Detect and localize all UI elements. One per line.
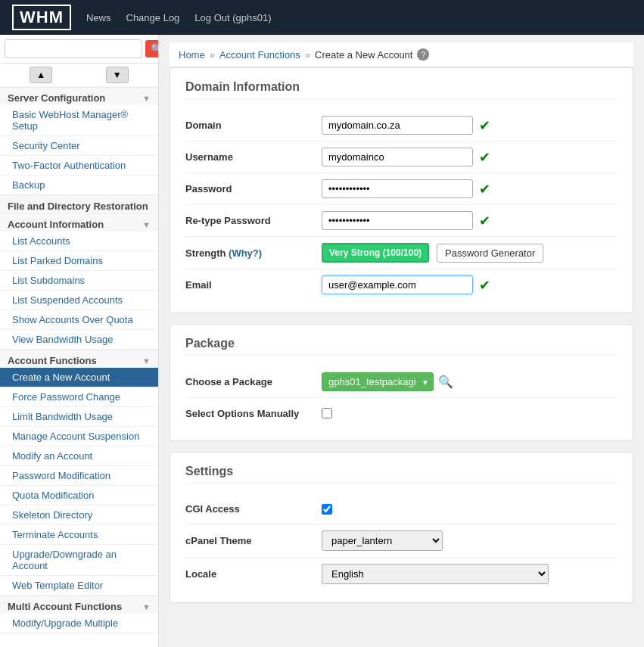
sidebar-nav-arrows: ▲ ▼ [0, 64, 158, 87]
sidebar-item-two-factor[interactable]: Two-Factor Authentication [0, 156, 158, 176]
locale-label: Locale [185, 568, 322, 580]
select-manually-label: Select Options Manually [185, 408, 322, 419]
domain-field-row: Domain ✔ [185, 110, 618, 142]
breadcrumb-sep-1: » [210, 49, 215, 61]
cgi-access-row: CGI Access [185, 494, 618, 524]
select-manually-checkbox[interactable] [322, 408, 332, 418]
sidebar-item-modify-account[interactable]: Modify an Account [0, 446, 158, 466]
package-card: Package Choose a Package gphs01_testpack… [170, 324, 633, 441]
email-field-row: Email ✔ [185, 269, 618, 300]
sidebar-item-show-over-quota[interactable]: Show Accounts Over Quota [0, 310, 158, 330]
breadcrumb-section[interactable]: Account Functions [219, 49, 300, 61]
sidebar-item-create-account[interactable]: Create a New Account [0, 368, 158, 387]
password-input[interactable] [322, 179, 473, 198]
locale-select[interactable]: English [322, 564, 549, 584]
breadcrumb: Home » Account Functions » Create a New … [170, 42, 633, 67]
nav-arrow-up[interactable]: ▲ [30, 67, 52, 83]
nav-arrow-down[interactable]: ▼ [106, 67, 129, 83]
select-manually-row: Select Options Manually [185, 398, 618, 428]
section-multi-account[interactable]: Multi Account Functions ▼ [0, 596, 158, 614]
password-field-row: Password ✔ [185, 173, 618, 205]
nav-link-logout[interactable]: Log Out (gphs01) [194, 12, 271, 23]
section-server-config-label: Server Configuration [8, 92, 105, 104]
section-file-restore[interactable]: File and Directory Restoration [0, 195, 158, 213]
choose-package-row: Choose a Package gphs01_testpackagi 🔍 [185, 366, 618, 398]
search-input[interactable] [5, 39, 142, 58]
section-toggle-account-functions[interactable]: ▼ [142, 356, 151, 365]
section-account-info-label: Account Information [8, 219, 104, 230]
domain-check-icon: ✔ [479, 117, 490, 134]
package-title: Package [185, 337, 618, 356]
username-label: Username [185, 151, 322, 163]
retype-password-input[interactable] [322, 211, 473, 230]
sidebar-item-manage-suspension[interactable]: Manage Account Suspension [0, 427, 158, 446]
sidebar-item-skeleton-directory[interactable]: Skeleton Directory [0, 505, 158, 525]
settings-title: Settings [185, 465, 618, 484]
retype-check-icon: ✔ [479, 213, 490, 229]
section-account-info[interactable]: Account Information ▼ [0, 213, 158, 232]
sidebar-item-basic-webhost[interactable]: Basic WebHost Manager® Setup [0, 105, 158, 136]
password-generator-button[interactable]: Password Generator [437, 244, 543, 263]
sidebar-item-terminate-accounts[interactable]: Terminate Accounts [0, 525, 158, 545]
cpanel-theme-row: cPanel Theme paper_lantern [185, 524, 618, 558]
sidebar-search-area: 🔍 [0, 35, 158, 64]
password-label: Password [185, 183, 322, 194]
sidebar-item-list-suspended[interactable]: List Suspended Accounts [0, 291, 158, 310]
email-check-icon: ✔ [479, 277, 490, 294]
top-navigation: WHM News Change Log Log Out (gphs01) [0, 0, 644, 35]
locale-row: Locale English [185, 558, 618, 590]
sidebar-item-bandwidth[interactable]: View Bandwidth Usage [0, 330, 158, 350]
strength-label: Strength (Why?) [185, 247, 322, 259]
sidebar-item-security-center[interactable]: Security Center [0, 136, 158, 156]
section-multi-account-label: Multi Account Functions [8, 601, 122, 612]
sidebar-item-quota-modification[interactable]: Quota Modification [0, 486, 158, 505]
username-check-icon: ✔ [479, 149, 490, 166]
breadcrumb-current: Create a New Account [315, 49, 412, 61]
sidebar-item-password-modification[interactable]: Password Modification [0, 466, 158, 486]
email-label: Email [185, 279, 322, 291]
sidebar: 🔍 ▲ ▼ Server Configuration ▼ Basic WebHo… [0, 35, 159, 647]
sidebar-item-modify-upgrade-multiple[interactable]: Modify/Upgrade Multiple [0, 614, 158, 633]
choose-package-label: Choose a Package [185, 376, 322, 387]
help-icon[interactable]: ? [417, 48, 429, 61]
strength-field-row: Strength (Why?) Very Strong (100/100) Pa… [185, 237, 618, 269]
nav-link-changelog[interactable]: Change Log [126, 12, 180, 23]
domain-input[interactable] [322, 116, 473, 135]
package-select-wrapper: gphs01_testpackagi [322, 372, 434, 391]
username-field-row: Username ✔ [185, 142, 618, 173]
section-server-config[interactable]: Server Configuration ▼ [0, 87, 158, 105]
retype-password-label: Re-type Password [185, 215, 322, 226]
sidebar-item-force-password[interactable]: Force Password Change [0, 387, 158, 407]
section-account-functions[interactable]: Account Functions ▼ [0, 350, 158, 368]
nav-link-news[interactable]: News [86, 12, 111, 23]
cgi-access-checkbox[interactable] [322, 504, 332, 515]
sidebar-item-limit-bandwidth[interactable]: Limit Bandwidth Usage [0, 407, 158, 427]
sidebar-item-list-accounts[interactable]: List Accounts [0, 232, 158, 251]
sidebar-item-list-parked[interactable]: List Parked Domains [0, 251, 158, 271]
domain-label: Domain [185, 120, 322, 131]
whm-logo: WHM [12, 5, 71, 30]
cpanel-theme-label: cPanel Theme [185, 535, 322, 546]
sidebar-item-web-template[interactable]: Web Template Editor [0, 576, 158, 596]
cpanel-theme-select[interactable]: paper_lantern [322, 530, 443, 551]
search-button[interactable]: 🔍 [145, 40, 159, 58]
retype-password-field-row: Re-type Password ✔ [185, 205, 618, 237]
strength-why-link[interactable]: (Why?) [229, 247, 262, 259]
sidebar-item-upgrade-downgrade[interactable]: Upgrade/Downgrade an Account [0, 545, 158, 576]
email-input[interactable] [322, 275, 473, 294]
username-input[interactable] [322, 148, 473, 166]
settings-card: Settings CGI Access cPanel Theme paper_l… [170, 452, 633, 603]
section-account-functions-label: Account Functions [8, 355, 97, 366]
package-search-button[interactable]: 🔍 [438, 375, 453, 389]
domain-info-title: Domain Information [185, 80, 618, 99]
password-check-icon: ✔ [479, 181, 490, 198]
package-select[interactable]: gphs01_testpackagi [322, 372, 434, 391]
cgi-access-label: CGI Access [185, 503, 322, 515]
section-toggle-account-info[interactable]: ▼ [142, 220, 151, 229]
section-toggle-multi-account[interactable]: ▼ [142, 602, 151, 611]
section-toggle-server-config[interactable]: ▼ [142, 94, 151, 103]
strength-label-text: Strength [185, 247, 226, 259]
sidebar-item-list-subdomains[interactable]: List Subdomains [0, 271, 158, 291]
breadcrumb-home[interactable]: Home [179, 49, 205, 61]
sidebar-item-backup[interactable]: Backup [0, 176, 158, 195]
